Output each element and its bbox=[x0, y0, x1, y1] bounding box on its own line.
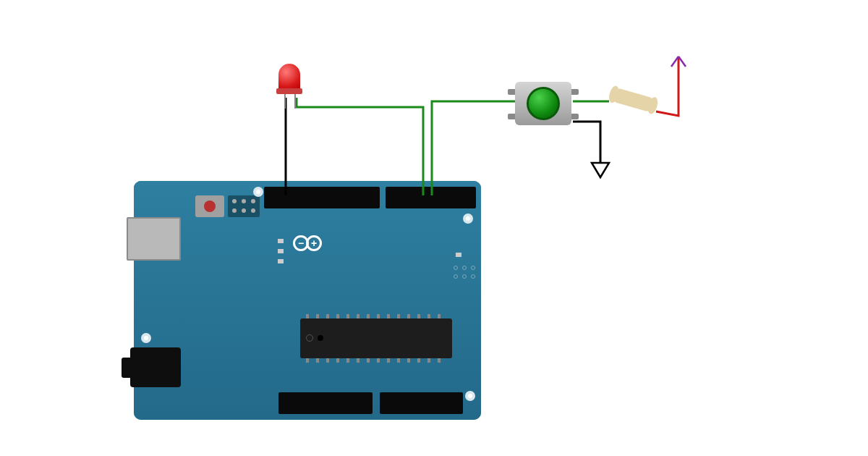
digital-header-right bbox=[386, 187, 476, 208]
resistor-band-1 bbox=[616, 88, 624, 104]
mount-hole bbox=[463, 214, 473, 224]
analog-header bbox=[380, 392, 463, 414]
reset-button[interactable] bbox=[195, 195, 224, 217]
push-button-cap bbox=[527, 87, 560, 120]
usb-port bbox=[127, 217, 181, 261]
led-anode bbox=[294, 94, 296, 109]
digital-header-left bbox=[264, 187, 380, 208]
power-jack bbox=[130, 347, 181, 387]
led-cathode bbox=[284, 94, 286, 109]
circuit-stage: −+ bbox=[0, 0, 868, 456]
resistor-band-4 bbox=[642, 96, 650, 111]
resistor[interactable] bbox=[610, 87, 656, 116]
arduino-logo: −+ bbox=[293, 235, 326, 251]
mount-hole bbox=[253, 187, 263, 197]
power-header bbox=[278, 392, 373, 414]
on-led bbox=[456, 250, 464, 258]
push-button[interactable] bbox=[515, 82, 571, 135]
resistor-band-2 bbox=[623, 90, 630, 106]
resistor-band-3 bbox=[630, 93, 637, 108]
arduino-board[interactable]: −+ bbox=[134, 181, 481, 420]
resistor-body bbox=[610, 87, 656, 113]
infinity-icon: −+ bbox=[293, 235, 322, 251]
push-button-body bbox=[515, 82, 571, 125]
mount-hole bbox=[141, 333, 151, 343]
icsp-header-2 bbox=[452, 264, 478, 283]
atmega-chip bbox=[300, 318, 452, 358]
led-component[interactable] bbox=[278, 64, 300, 91]
led-bulb bbox=[278, 64, 300, 91]
status-leds bbox=[275, 235, 284, 266]
icsp-header-1 bbox=[228, 195, 260, 217]
mount-hole bbox=[465, 391, 475, 401]
